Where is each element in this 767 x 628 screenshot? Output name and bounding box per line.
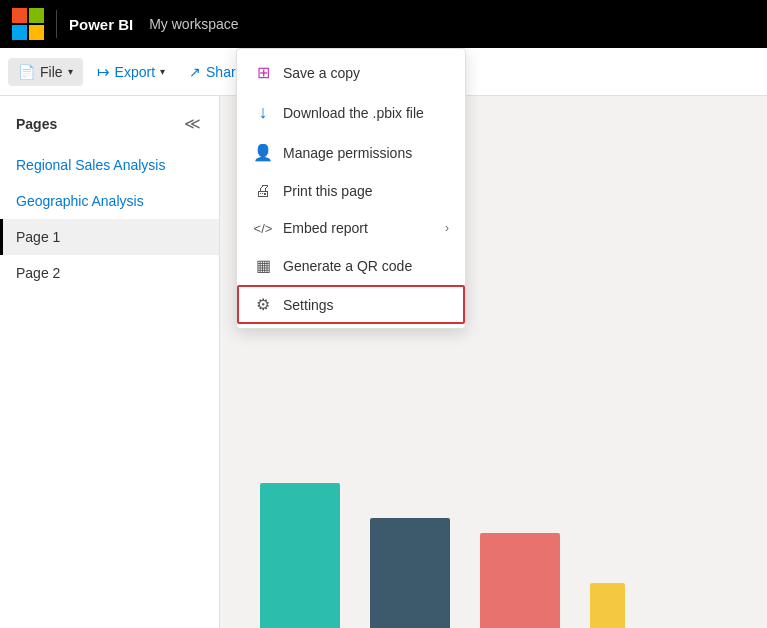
sidebar-header: Pages ≪ (0, 112, 219, 147)
chart-bar-2 (370, 518, 450, 628)
chart-bar-1 (260, 483, 340, 628)
menu-item-download[interactable]: ↓ Download the .pbix file (237, 92, 465, 133)
menu-item-embed[interactable]: </> Embed report › (237, 210, 465, 246)
topbar-separator (56, 10, 57, 38)
export-button[interactable]: ↦ Export ▾ (87, 57, 175, 87)
menu-item-settings-label: Settings (283, 297, 334, 313)
chart-bar-3 (480, 533, 560, 628)
sidebar-item-geographic[interactable]: Geographic Analysis (0, 183, 219, 219)
sidebar-title: Pages (16, 116, 57, 132)
menu-item-qr-label: Generate a QR code (283, 258, 412, 274)
file-chevron-icon: ▾ (68, 66, 73, 77)
page-label: Geographic Analysis (16, 193, 144, 209)
export-label: Export (115, 64, 155, 80)
sidebar-item-regional-sales[interactable]: Regional Sales Analysis (0, 147, 219, 183)
embed-arrow-icon: › (445, 221, 449, 235)
menu-item-manage[interactable]: 👤 Manage permissions (237, 133, 465, 172)
share-icon: ↗ (189, 64, 201, 80)
page-label: Page 2 (16, 265, 60, 281)
microsoft-logo (12, 8, 44, 40)
export-icon: ↦ (97, 63, 110, 81)
file-icon: 📄 (18, 64, 35, 80)
file-label: File (40, 64, 63, 80)
save-copy-icon: ⊞ (253, 63, 273, 82)
chart-area (220, 458, 767, 628)
page-label: Page 1 (16, 229, 60, 245)
embed-icon: </> (253, 221, 273, 236)
topbar: Power BI My workspace (0, 0, 767, 48)
menu-item-save-copy[interactable]: ⊞ Save a copy (237, 53, 465, 92)
sidebar: Pages ≪ Regional Sales Analysis Geograph… (0, 96, 220, 628)
menu-item-embed-label: Embed report (283, 220, 368, 236)
workspace-name: My workspace (149, 16, 238, 32)
qr-code-icon: ▦ (253, 256, 273, 275)
file-dropdown-menu: ⊞ Save a copy ↓ Download the .pbix file … (236, 48, 466, 329)
page-label: Regional Sales Analysis (16, 157, 165, 173)
menu-item-print-label: Print this page (283, 183, 373, 199)
menu-item-download-label: Download the .pbix file (283, 105, 424, 121)
menu-item-settings[interactable]: ⚙ Settings (237, 285, 465, 324)
chart-bar-4 (590, 583, 625, 628)
export-chevron-icon: ▾ (160, 66, 165, 77)
menu-item-embed-left: </> Embed report (253, 220, 368, 236)
manage-permissions-icon: 👤 (253, 143, 273, 162)
sidebar-item-page1[interactable]: Page 1 (0, 219, 219, 255)
print-icon: 🖨 (253, 182, 273, 200)
menu-item-manage-label: Manage permissions (283, 145, 412, 161)
download-icon: ↓ (253, 102, 273, 123)
settings-gear-icon: ⚙ (253, 295, 273, 314)
app-name: Power BI (69, 16, 133, 33)
sidebar-item-page2[interactable]: Page 2 (0, 255, 219, 291)
sidebar-collapse-button[interactable]: ≪ (178, 112, 207, 135)
file-button[interactable]: 📄 File ▾ (8, 58, 83, 86)
menu-item-qr[interactable]: ▦ Generate a QR code (237, 246, 465, 285)
menu-item-save-copy-label: Save a copy (283, 65, 360, 81)
menu-item-print[interactable]: 🖨 Print this page (237, 172, 465, 210)
